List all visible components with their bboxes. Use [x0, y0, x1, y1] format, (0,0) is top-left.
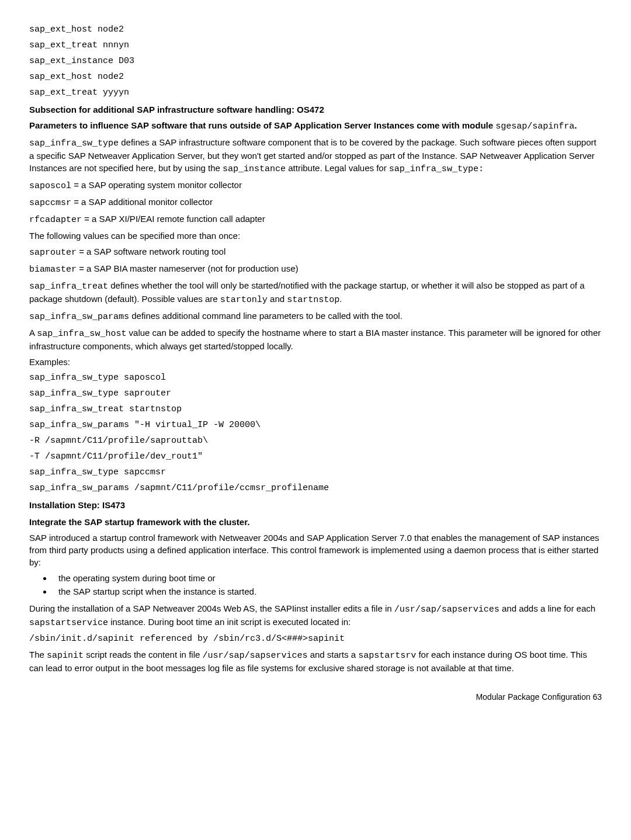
text: During the installation of a SAP Netweav… — [29, 603, 394, 613]
text-mono: sap_infra_sw_type: — [389, 164, 484, 174]
text-mono: saprouter — [29, 248, 77, 258]
text-mono: rfcadapter — [29, 215, 82, 225]
text-mono: startonly — [220, 295, 268, 305]
code-line: -T /sapmnt/C11/profile/dev_rout1" — [29, 450, 602, 463]
paragraph: The sapinit script reads the content in … — [29, 648, 602, 674]
text-mono: sapccmsr — [29, 198, 71, 208]
code-line: sap_infra_sw_type saposcol — [29, 372, 602, 384]
paragraph: SAP introduced a startup control framewo… — [29, 532, 602, 568]
paragraph: sap_infra_sw_type defines a SAP infrastr… — [29, 136, 602, 175]
text: and adds a line for each — [500, 603, 595, 613]
text: . — [339, 294, 342, 304]
paragraph: During the installation of a SAP Netweav… — [29, 602, 602, 629]
code-line: -R /sapmnt/C11/profile/saprouttab\ — [29, 435, 602, 447]
text: A — [29, 328, 37, 338]
code-line: sap_ext_instance D03 — [29, 55, 602, 67]
code-line: /sbin/init.d/sapinit referenced by /sbin… — [29, 633, 602, 645]
text-bold: . — [574, 120, 577, 130]
paragraph: The following values can be specified mo… — [29, 230, 602, 242]
code-line: sap_ext_host node2 — [29, 23, 602, 36]
text: The — [29, 650, 47, 659]
text-mono: sap_infra_sw_params — [29, 312, 129, 322]
list-item: the SAP startup script when the instance… — [53, 585, 602, 598]
text-mono: sap_infra_sw_type — [29, 138, 119, 148]
page-footer: Modular Package Configuration 63 — [29, 692, 602, 703]
text-mono: sapinit — [47, 651, 84, 661]
code-line: sap_infra_sw_params /sapmnt/C11/profile/… — [29, 482, 602, 494]
text-mono: /usr/sap/sapservices — [394, 605, 500, 615]
text: = a SAP software network routing tool — [77, 247, 226, 256]
text: attribute. Legal values for — [286, 163, 389, 173]
text: = a SAP additional monitor collector — [71, 197, 213, 207]
text-bold: Parameters to influence SAP software tha… — [29, 120, 495, 130]
paragraph: A sap_infra_sw_host value can be added t… — [29, 327, 602, 352]
text: = a SAP operating system monitor collect… — [71, 180, 242, 190]
text-mono: biamaster — [29, 265, 77, 275]
code-line: sap_infra_sw_type sapccmsr — [29, 466, 602, 478]
text: and starts a — [308, 650, 359, 659]
text-mono: sgesap/sapinfra — [495, 122, 574, 131]
code-line: sap_infra_sw_type saprouter — [29, 387, 602, 400]
text-mono: sap_infra_treat — [29, 282, 108, 291]
text: instance. During boot time an init scrip… — [108, 617, 351, 627]
text: script reads the content in file — [84, 650, 202, 659]
text: defines additional command line paramete… — [129, 311, 403, 321]
paragraph: sap_infra_treat defines whether the tool… — [29, 279, 602, 306]
code-line: sap_infra_sw_treat startnstop — [29, 403, 602, 415]
text: = a SAP XI/PI/EAI remote function call a… — [82, 214, 265, 224]
paragraph: sap_infra_sw_params defines additional c… — [29, 310, 602, 323]
code-line: sap_ext_treat yyyyn — [29, 86, 602, 99]
paragraph: saprouter = a SAP software network routi… — [29, 245, 602, 259]
code-line: sap_ext_host node2 — [29, 71, 602, 83]
section-subheading: Integrate the SAP startup framework with… — [29, 516, 602, 528]
list-item: the operating system during boot time or — [53, 572, 602, 584]
text: and — [268, 294, 287, 304]
text-mono: /usr/sap/sapservices — [202, 651, 307, 661]
section-heading-os472: Subsection for additional SAP infrastruc… — [29, 103, 602, 116]
text-mono: saposcol — [29, 181, 71, 191]
code-line: sap_ext_treat nnnyn — [29, 39, 602, 51]
text-mono: sap_instance — [223, 164, 286, 174]
paragraph: Examples: — [29, 356, 602, 368]
paragraph: saposcol = a SAP operating system monito… — [29, 179, 602, 192]
text: = a SAP BIA master nameserver (not for p… — [77, 263, 299, 273]
paragraph: biamaster = a SAP BIA master nameserver … — [29, 262, 602, 276]
section-heading-is473: Installation Step: IS473 — [29, 499, 602, 511]
paragraph: rfcadapter = a SAP XI/PI/EAI remote func… — [29, 213, 602, 226]
paragraph: sapccmsr = a SAP additional monitor coll… — [29, 196, 602, 209]
text-mono: startnstop — [287, 295, 339, 305]
bullet-list: the operating system during boot time or… — [29, 572, 602, 598]
paragraph: Parameters to influence SAP software tha… — [29, 119, 602, 133]
code-line: sap_infra_sw_params "-H virtual_IP -W 20… — [29, 419, 602, 431]
text-mono: sapstartservice — [29, 618, 108, 628]
text-mono: sapstartsrv — [358, 651, 416, 661]
text-mono: sap_infra_sw_host — [37, 329, 126, 339]
